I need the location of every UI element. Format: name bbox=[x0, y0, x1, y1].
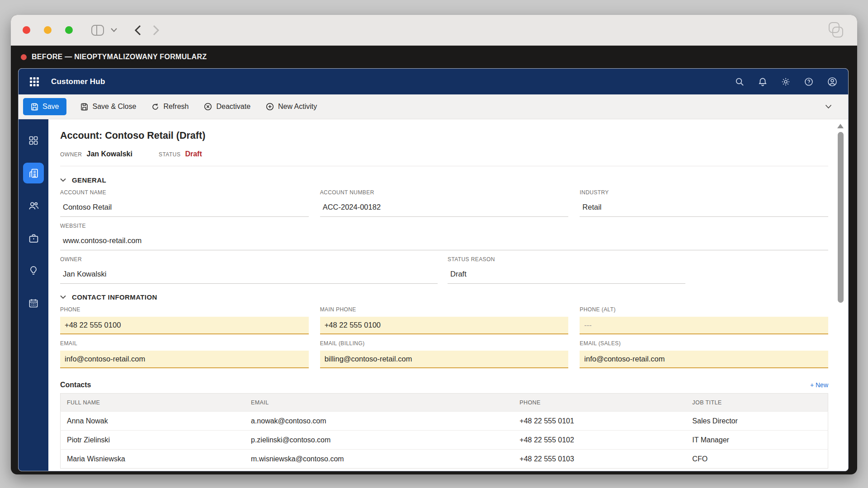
field-phone-alt: PHONE (ALT) --- bbox=[580, 306, 828, 334]
contacts-table: FULL NAME EMAIL PHONE JOB TITLE Anna Now… bbox=[60, 393, 828, 469]
traffic-lights bbox=[23, 26, 73, 34]
owner-input[interactable]: Jan Kowalski bbox=[60, 267, 438, 284]
search-icon[interactable] bbox=[735, 77, 744, 86]
overlapping-squares-icon[interactable] bbox=[826, 22, 845, 39]
help-icon[interactable] bbox=[804, 77, 813, 86]
nav-rail bbox=[19, 119, 48, 471]
field-email: EMAIL info@contoso-retail.com bbox=[60, 340, 309, 368]
nav-dashboard-icon[interactable] bbox=[23, 130, 44, 151]
nav-contacts-people-icon[interactable] bbox=[23, 195, 44, 216]
close-button[interactable] bbox=[23, 26, 30, 34]
app-title: Customer Hub bbox=[51, 77, 105, 86]
chevron-down-icon bbox=[60, 295, 66, 299]
new-contact-link[interactable]: + New bbox=[810, 381, 828, 389]
field-account-name: ACCOUNT NAME Contoso Retail bbox=[60, 189, 309, 217]
scrollbar-thumb[interactable] bbox=[838, 132, 844, 303]
notifications-bell-icon[interactable] bbox=[758, 77, 767, 86]
maximize-button[interactable] bbox=[65, 26, 73, 34]
page-title: Account: Contoso Retail (Draft) bbox=[60, 130, 828, 141]
col-job-title: JOB TITLE bbox=[686, 394, 828, 412]
banner-label: BEFORE — NIEOPTYMALIZOWANY FORMULARZ bbox=[32, 53, 207, 61]
nav-lightbulb-icon[interactable] bbox=[23, 260, 44, 281]
table-row[interactable]: Maria Wisniewska m.wisniewska@contoso.co… bbox=[61, 450, 828, 469]
vertical-scrollbar[interactable] bbox=[837, 122, 844, 466]
field-status-reason: STATUS REASON Draft bbox=[448, 256, 685, 284]
status-reason-input[interactable]: Draft bbox=[448, 267, 685, 284]
new-activity-button[interactable]: New Activity bbox=[258, 98, 325, 115]
account-number-input[interactable]: ACC-2024-00182 bbox=[320, 200, 569, 217]
nav-calendar-icon[interactable] bbox=[23, 293, 44, 314]
deactivate-button[interactable]: Deactivate bbox=[196, 98, 258, 115]
refresh-button[interactable]: Refresh bbox=[144, 98, 196, 115]
email-billing-input[interactable]: billing@contoso-retail.com bbox=[320, 351, 569, 368]
account-person-icon[interactable] bbox=[827, 77, 837, 87]
contacts-header-row: FULL NAME EMAIL PHONE JOB TITLE bbox=[61, 394, 828, 412]
chevron-down-icon[interactable] bbox=[111, 28, 117, 32]
app-header: Customer Hub bbox=[19, 69, 848, 94]
phone-input[interactable]: +48 22 555 0100 bbox=[60, 317, 309, 334]
account-name-input[interactable]: Contoso Retail bbox=[60, 200, 309, 217]
website-input[interactable]: www.contoso-retail.com bbox=[60, 233, 828, 250]
field-main-phone: MAIN PHONE +48 22 555 0100 bbox=[320, 306, 569, 334]
nav-accounts-building-icon[interactable] bbox=[23, 163, 44, 183]
owner-value: Jan Kowalski bbox=[87, 150, 132, 158]
scroll-up-arrow-icon[interactable] bbox=[837, 124, 844, 128]
status-label: STATUS bbox=[159, 151, 181, 158]
email-input[interactable]: info@contoso-retail.com bbox=[60, 351, 309, 368]
col-email: EMAIL bbox=[245, 394, 513, 412]
recording-dot-icon bbox=[21, 54, 27, 60]
email-sales-input[interactable]: info@contoso-retail.com bbox=[580, 351, 828, 368]
industry-input[interactable]: Retail bbox=[580, 200, 828, 217]
macos-window: BEFORE — NIEOPTYMALIZOWANY FORMULARZ Cus… bbox=[11, 15, 857, 474]
sidebar-toggle-icon[interactable] bbox=[91, 24, 104, 37]
status-badge: Draft bbox=[185, 150, 202, 158]
back-button[interactable] bbox=[134, 25, 142, 36]
settings-gear-icon[interactable] bbox=[781, 77, 790, 86]
owner-label: OWNER bbox=[60, 151, 82, 158]
phone-alt-input[interactable]: --- bbox=[580, 317, 828, 334]
command-overflow-chevron-icon[interactable] bbox=[825, 104, 832, 109]
header-divider bbox=[60, 166, 828, 166]
waffle-grid-icon[interactable] bbox=[29, 77, 39, 87]
table-row[interactable]: Anna Nowak a.nowak@contoso.com +48 22 55… bbox=[61, 412, 828, 431]
app-window: Customer Hub bbox=[18, 68, 849, 471]
section-contact-info-header[interactable]: CONTACT INFORMATION bbox=[60, 293, 828, 301]
field-account-number: ACCOUNT NUMBER ACC-2024-00182 bbox=[320, 189, 569, 217]
field-website: WEBSITE www.contoso-retail.com bbox=[60, 223, 828, 250]
field-email-sales: EMAIL (SALES) info@contoso-retail.com bbox=[580, 340, 828, 368]
chevron-down-icon bbox=[60, 178, 66, 182]
record-meta: OWNER Jan Kowalski STATUS Draft bbox=[60, 150, 828, 158]
save-and-close-button[interactable]: Save & Close bbox=[73, 98, 144, 115]
minimize-button[interactable] bbox=[44, 26, 52, 34]
banner: BEFORE — NIEOPTYMALIZOWANY FORMULARZ bbox=[11, 46, 857, 68]
table-row[interactable]: Piotr Zielinski p.zielinski@contoso.com … bbox=[61, 431, 828, 450]
window-titlebar bbox=[11, 15, 857, 46]
save-button[interactable]: Save bbox=[23, 98, 66, 115]
section-general-header[interactable]: GENERAL bbox=[60, 176, 828, 184]
col-phone: PHONE bbox=[513, 394, 686, 412]
field-email-billing: EMAIL (BILLING) billing@contoso-retail.c… bbox=[320, 340, 569, 368]
command-bar: Save Save & Close Refresh Deactivate bbox=[19, 94, 848, 119]
forward-button[interactable] bbox=[152, 25, 160, 36]
nav-briefcase-icon[interactable] bbox=[23, 228, 44, 249]
form-main: Account: Contoso Retail (Draft) OWNER Ja… bbox=[48, 119, 848, 471]
main-phone-input[interactable]: +48 22 555 0100 bbox=[320, 317, 569, 334]
field-phone: PHONE +48 22 555 0100 bbox=[60, 306, 309, 334]
contacts-subgrid-title: Contacts bbox=[60, 381, 91, 389]
col-full-name: FULL NAME bbox=[61, 394, 245, 412]
field-owner: OWNER Jan Kowalski bbox=[60, 256, 438, 284]
field-industry: INDUSTRY Retail bbox=[580, 189, 828, 217]
